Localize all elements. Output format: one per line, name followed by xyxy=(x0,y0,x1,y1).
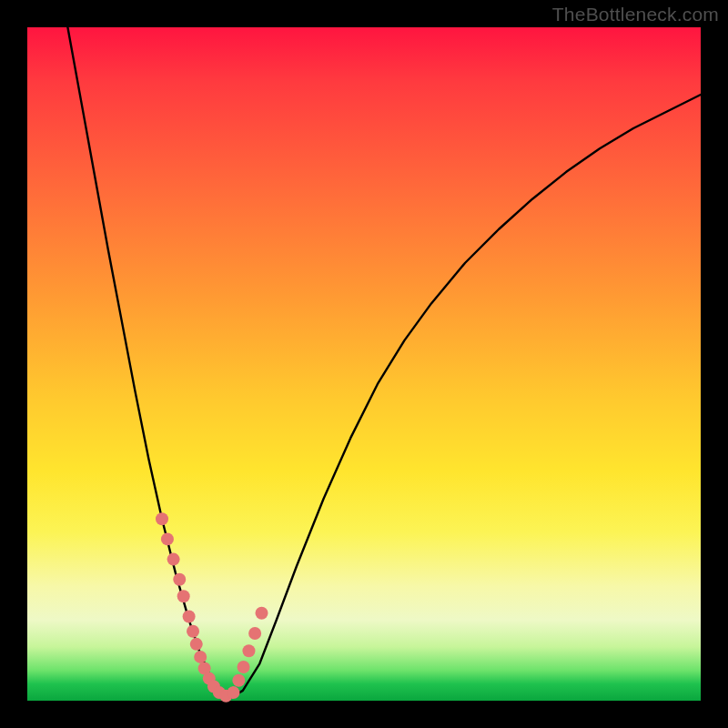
attribution-label: TheBottleneck.com xyxy=(552,4,719,25)
bottleneck-curve-path xyxy=(67,27,701,699)
sample-point xyxy=(156,512,168,525)
sample-point xyxy=(190,638,203,651)
bottleneck-curve xyxy=(27,27,701,701)
sample-point xyxy=(177,590,190,602)
sample-point xyxy=(187,625,199,638)
sample-point xyxy=(173,573,186,586)
sample-point xyxy=(242,644,255,657)
sample-point xyxy=(238,661,250,673)
sample-point xyxy=(248,627,261,640)
chart-stage: TheBottleneck.com xyxy=(0,0,728,728)
plot-area xyxy=(27,27,701,701)
sample-point xyxy=(256,607,268,620)
sample-point xyxy=(167,553,180,566)
sample-point xyxy=(232,674,245,687)
sample-point xyxy=(183,611,196,623)
sample-point xyxy=(227,686,239,699)
sample-point xyxy=(194,651,207,663)
sample-point xyxy=(161,532,174,545)
